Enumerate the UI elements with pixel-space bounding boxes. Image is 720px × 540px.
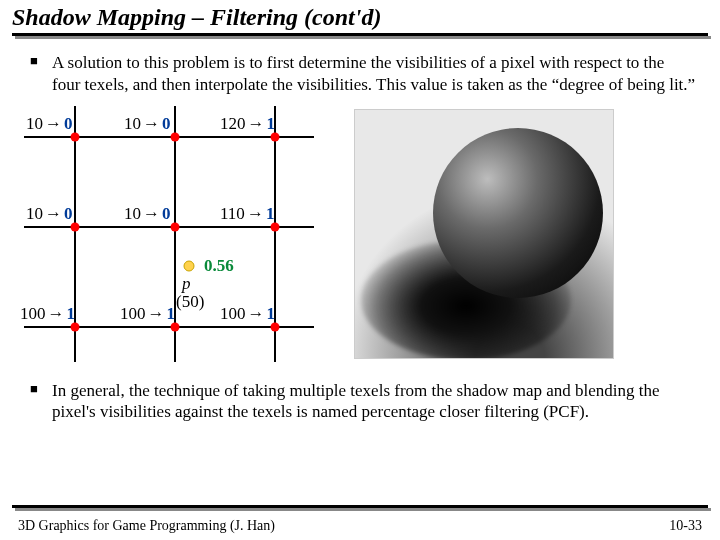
slide-title: Shadow Mapping – Filtering (cont'd) [0,0,720,33]
bullet-item-1: A solution to this problem is to first d… [24,52,696,96]
footer: 3D Graphics for Game Programming (J. Han… [0,518,720,534]
footer-left: 3D Graphics for Game Programming (J. Han… [18,518,275,534]
grid-diagram: 10→0 10→0 120→1 10→0 10→0 110→1 100→1 10… [24,106,324,362]
footer-right: 10-33 [669,518,702,534]
label-r0c1: 10→0 [124,114,171,134]
sphere-render [354,109,614,359]
label-r1c2: 110→1 [220,204,274,224]
figure-row: 10→0 10→0 120→1 10→0 10→0 110→1 100→1 10… [24,106,696,362]
label-r1c0: 10→0 [26,204,73,224]
label-r2c0: 100→1 [20,304,75,324]
footer-divider [12,505,708,510]
title-underline [12,33,708,38]
label-p-value: 0.56 [204,256,234,276]
label-r0c2: 120→1 [220,114,275,134]
label-p-depth: (50) [176,292,204,312]
bullet-item-2: In general, the technique of taking mult… [24,380,696,424]
label-r2c2: 100→1 [220,304,275,324]
label-p: p [182,274,191,294]
label-r1c1: 10→0 [124,204,171,224]
point-p [184,260,195,271]
content-area: A solution to this problem is to first d… [0,38,720,423]
label-r0c0: 10→0 [26,114,73,134]
label-r2c1: 100→1 [120,304,175,324]
